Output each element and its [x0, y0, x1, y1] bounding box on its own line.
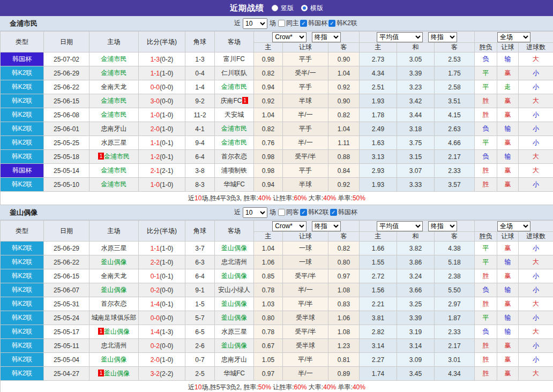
away-team-cell: 华城FC: [215, 367, 254, 381]
fulltime-score: 1-1: [151, 70, 160, 77]
layout-radio-selected[interactable]: 横版: [301, 4, 323, 13]
avg-draw-cell: 3.25: [397, 297, 435, 311]
avg-away-cell: 2.58: [435, 80, 475, 94]
team-name: 忠南牙山: [221, 356, 247, 363]
match-count-select[interactable]: 10: [243, 207, 267, 218]
corners-cell: 3-7: [185, 242, 215, 255]
score-cell: 0-0(0-0): [139, 80, 185, 94]
final-odds-select[interactable]: 终指: [312, 32, 341, 42]
filter-checkbox[interactable]: 同主: [278, 19, 299, 28]
goals-result-cell: 小: [519, 136, 553, 150]
col-handicap-result: 让球: [497, 43, 519, 52]
away-odds-cell: 1.08: [328, 325, 360, 339]
team-name: 忠北清州: [101, 342, 127, 349]
final-odds-select[interactable]: 终指: [312, 221, 341, 231]
col-avg-away: 客: [435, 232, 475, 242]
team-name: 金浦市民: [101, 55, 127, 63]
handicap-cell: 半/一: [283, 108, 328, 122]
summary-segment: 让胜率:: [271, 383, 294, 391]
corners-cell: 0-7: [185, 353, 215, 367]
checkbox-icon[interactable]: ✓: [300, 20, 307, 27]
summary-segment: 10: [195, 194, 201, 202]
col-away: 客场: [215, 221, 254, 242]
average-odds-select[interactable]: 平均值: [377, 32, 423, 42]
final-odds-select-2[interactable]: 终指: [428, 32, 457, 42]
away-odds-cell: 0.84: [328, 164, 360, 178]
score-cell: 2-2(1-0): [139, 255, 185, 269]
full-match-select[interactable]: 全场: [497, 32, 530, 42]
section-header-bar: 金浦市民 近 10 场 同主✓韩国杯✓韩K2联: [0, 16, 553, 31]
final-odds-select-2[interactable]: 终指: [428, 221, 457, 231]
goals-result-cell: 大: [519, 255, 553, 269]
score-cell: 2-1(2-1): [139, 164, 185, 178]
col-result: 胜负: [475, 232, 497, 242]
checkbox-icon[interactable]: ✓: [328, 20, 335, 27]
filter-checkbox[interactable]: ✓韩国杯: [300, 19, 327, 28]
checkbox-icon[interactable]: [278, 20, 285, 27]
radio-icon[interactable]: [272, 5, 278, 11]
corners-cell: 6-4: [185, 150, 215, 164]
avg-home-cell: 1.78: [360, 108, 397, 122]
fulltime-score: 2-2: [151, 259, 160, 266]
corners-cell: 0-4: [185, 66, 215, 80]
score-cell: 2-0(1-0): [139, 122, 185, 136]
league-cell: 韩国杯: [1, 164, 44, 178]
filter-checkbox[interactable]: ✓韩K2联: [328, 19, 357, 28]
average-odds-select[interactable]: 平均值: [377, 221, 423, 231]
match-count-select[interactable]: 10: [243, 18, 267, 29]
result-text: 小: [533, 69, 539, 77]
red-card-badge: 1: [242, 97, 248, 104]
checkbox-icon[interactable]: ✓: [330, 209, 337, 216]
halftime-score: (1-0): [160, 181, 173, 189]
handicap-cell: 平/半: [283, 353, 328, 367]
result-cell: 胜: [475, 108, 497, 122]
checkbox-icon[interactable]: [278, 209, 285, 216]
home-team-cell: 金浦市民: [89, 66, 139, 80]
corners-cell: 6-3: [185, 255, 215, 269]
result-text: 赢: [505, 111, 511, 118]
home-team-cell: 全南天龙: [89, 269, 139, 283]
team-name: 釜山偶像: [221, 244, 247, 252]
team-name: 庆南FC: [221, 97, 242, 104]
checkbox-icon[interactable]: ✓: [300, 209, 307, 216]
filter-checkbox[interactable]: ✓韩K2联: [300, 208, 329, 217]
layout-radio-option[interactable]: 竖版: [272, 4, 294, 13]
away-odds-cell: 0.83: [328, 297, 360, 311]
odds-company-select[interactable]: Crow*: [272, 221, 307, 231]
summary-segment: 大率:: [307, 194, 324, 202]
handicap-cell: 受半球: [283, 339, 328, 353]
result-text: 胜: [483, 272, 489, 280]
away-team-cell: 釜山偶像: [215, 339, 254, 353]
score-cell: 1-2(0-1): [139, 150, 185, 164]
col-handicap: 让球: [283, 232, 328, 242]
goals-result-cell: 小: [519, 178, 553, 192]
matches-table: 类型 日期 主场 比分(半场) 角球 客场 Crow* 终指 平均值 终指 全场: [0, 31, 553, 205]
result-text: 胜: [483, 370, 489, 377]
filter-checkbox[interactable]: ✓韩国杯: [330, 208, 357, 217]
goals-result-cell: 大: [519, 94, 553, 108]
handicap-result-cell: 赢: [497, 367, 519, 381]
radio-icon[interactable]: [301, 5, 308, 11]
result-text: 大: [533, 97, 539, 104]
home-odds-cell: 0.82: [254, 122, 283, 136]
result-cell: 胜: [475, 178, 497, 192]
team-name: 忠北清州: [221, 258, 247, 266]
goals-result-cell: 大: [519, 367, 553, 381]
avg-draw-cell: 3.19: [397, 325, 435, 339]
away-odds-cell: 0.92: [328, 178, 360, 192]
odds-company-select[interactable]: Crow*: [272, 32, 307, 42]
halftime-score: (0-0): [160, 314, 173, 322]
result-cell: 负: [475, 122, 497, 136]
full-match-select[interactable]: 全场: [497, 221, 530, 231]
result-text: 小: [533, 272, 539, 280]
home-odds-cell: 0.98: [254, 164, 283, 178]
filter-checkbox[interactable]: 同客: [278, 208, 299, 217]
fulltime-score: 0-1: [151, 273, 160, 280]
fulltime-score: 1-1: [151, 139, 160, 147]
avg-away-cell: 2.63: [435, 122, 475, 136]
summary-row: 近10场,胜4平3负3, 胜率:40% 让胜率:60% 大率:40% 单率:50…: [1, 192, 553, 205]
section-title: 金浦市民: [10, 19, 38, 28]
away-team-cell: 首尔衣恋: [215, 150, 254, 164]
handicap-cell: 受平/半: [283, 150, 328, 164]
col-avg-home: 主: [360, 232, 397, 242]
